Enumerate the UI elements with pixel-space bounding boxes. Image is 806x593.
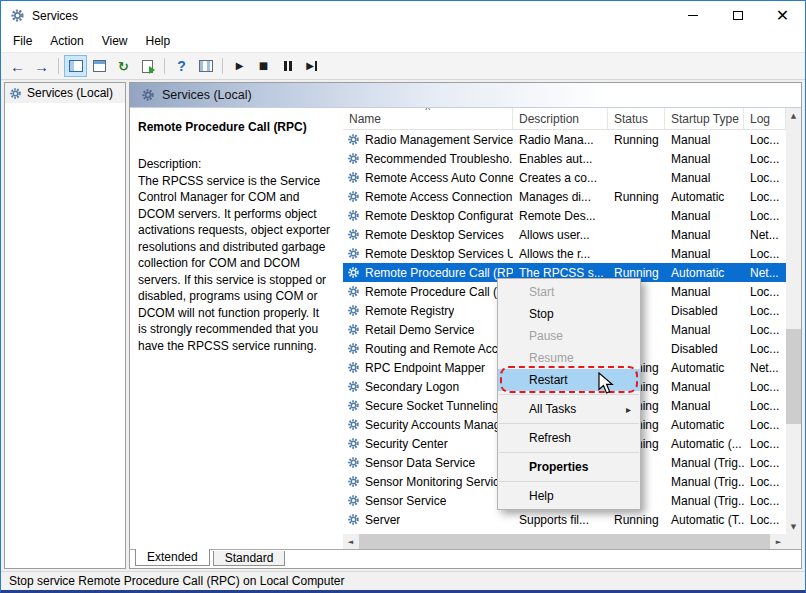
console-tree-panel: Services (Local) [4,82,126,569]
scroll-left-icon[interactable]: ◄ [343,534,358,549]
table-row[interactable]: Server Supports fil... Running Automatic… [343,510,786,529]
table-row[interactable]: Remote Desktop Services U... Allows the … [343,244,786,263]
table-row[interactable]: Recommended Troublesho... Enables aut...… [343,149,786,168]
service-gear-icon [347,475,360,488]
service-gear-icon [347,190,360,203]
service-log-on-as: Net... [744,263,786,282]
pause-service-button[interactable] [276,55,299,77]
column-header-status[interactable]: Status [608,108,665,129]
tab-standard[interactable]: Standard [213,551,286,566]
context-menu-item[interactable]: Help [498,485,640,507]
menu-action[interactable]: Action [41,31,92,51]
context-menu-item[interactable]: Pause [498,325,640,347]
horizontal-scrollbar[interactable]: ◄ ► [343,534,786,549]
service-startup-type: Manual [665,282,744,301]
context-menu-item[interactable]: All Tasks [498,398,640,420]
selected-service-title: Remote Procedure Call (RPC) [138,120,331,134]
service-startup-type: Manual [665,206,744,225]
tab-extended[interactable]: Extended [135,549,210,566]
service-startup-type: Manual [665,168,744,187]
context-menu-item[interactable]: Start [498,281,640,303]
service-log-on-as: Loc... [744,434,786,453]
service-startup-type: Manual (Trig... [665,453,744,472]
service-status [608,149,665,168]
context-menu-item[interactable]: Stop [498,303,640,325]
service-log-on-as: Loc... [744,453,786,472]
service-name: Remote Access Connection... [365,190,513,204]
service-startup-type: Automatic [665,358,744,377]
menu-separator [499,423,639,424]
scroll-down-icon[interactable]: ▼ [786,519,801,534]
service-name: Remote Procedure Call (RP... [365,285,513,299]
help-button[interactable]: ? [170,55,193,77]
service-gear-icon [347,361,360,374]
table-row[interactable]: Remote Desktop Configurat... Remote Des.… [343,206,786,225]
service-name: Remote Procedure Call (RPC) [365,266,513,280]
service-log-on-as: Loc... [744,168,786,187]
context-menu-item[interactable]: Refresh [498,427,640,449]
status-text: Stop service Remote Procedure Call (RPC)… [9,574,344,588]
context-menu-item-label: Resume [529,351,574,365]
service-gear-icon [347,247,360,260]
forward-button[interactable]: → [30,55,53,77]
scroll-right-icon[interactable]: ► [771,534,786,549]
table-row[interactable]: Remote Access Connection... Manages di..… [343,187,786,206]
vertical-scrollbar[interactable]: ▲ ▼ [786,108,801,549]
column-header-log-on-as[interactable]: Log [744,108,786,129]
start-service-button[interactable]: ▶ [228,55,251,77]
refresh-button[interactable]: ↻ [112,55,135,77]
service-gear-icon [347,380,360,393]
scroll-up-icon[interactable]: ▲ [786,108,801,123]
context-menu-item-label: All Tasks [529,402,576,416]
stop-service-button[interactable]: ■ [252,55,275,77]
service-name: Remote Access Auto Conne... [365,171,513,185]
service-gear-icon [347,266,360,279]
service-name: Remote Desktop Services U... [365,247,513,261]
show-console-tree-icon [69,60,83,72]
maximize-button[interactable] [715,1,760,30]
service-log-on-as: Net... [744,358,786,377]
restart-service-button[interactable]: ▶ [300,55,323,77]
table-row[interactable]: Radio Management Service Radio Mana... R… [343,130,786,149]
service-name: Sensor Monitoring Service [365,475,506,489]
context-menu-item[interactable]: Resume [498,347,640,369]
window-title: Services [32,9,78,23]
service-log-on-as: Loc... [744,187,786,206]
export-list-button[interactable] [136,55,159,77]
service-name: Remote Desktop Configurat... [365,209,513,223]
restart-service-icon: ▶ [306,61,317,71]
vertical-scroll-track[interactable] [786,123,801,519]
help-icon: ? [177,59,186,73]
column-header-startup-type[interactable]: Startup Type [665,108,744,129]
toolbar-separator [164,58,165,74]
service-name: Secondary Logon [365,380,459,394]
banner-title: Services (Local) [162,88,252,102]
column-header-description[interactable]: Description [513,108,608,129]
services-app-icon [10,8,25,23]
service-status: Running [608,510,665,529]
close-button[interactable]: ✕ [760,1,805,30]
minimize-button[interactable] [670,1,715,30]
show-console-tree-button[interactable] [64,55,87,77]
sidebar-item-services-local[interactable]: Services (Local) [5,83,125,103]
context-menu-item[interactable]: Properties [498,456,640,478]
back-button[interactable]: ← [6,55,29,77]
menu-file[interactable]: File [4,31,41,51]
context-menu-item[interactable]: Restart [498,369,640,391]
service-name: Secure Socket Tunneling P... [365,399,513,413]
vertical-scroll-thumb[interactable] [786,329,801,424]
properties-toolbar-button[interactable] [88,55,111,77]
column-header-name[interactable]: Name ^ [343,108,513,129]
service-gear-icon [347,513,360,526]
horizontal-scroll-thumb[interactable] [359,534,770,549]
view-options-button[interactable] [194,55,217,77]
service-description: Manages di... [513,187,608,206]
table-row[interactable]: Remote Desktop Services Allows user... M… [343,225,786,244]
service-startup-type: Disabled [665,301,744,320]
service-description: Enables aut... [513,149,608,168]
service-log-on-as: Loc... [744,149,786,168]
table-row[interactable]: Remote Access Auto Conne... Creates a co… [343,168,786,187]
start-service-icon: ▶ [236,61,244,71]
menu-view[interactable]: View [93,31,137,51]
menu-help[interactable]: Help [137,31,180,51]
